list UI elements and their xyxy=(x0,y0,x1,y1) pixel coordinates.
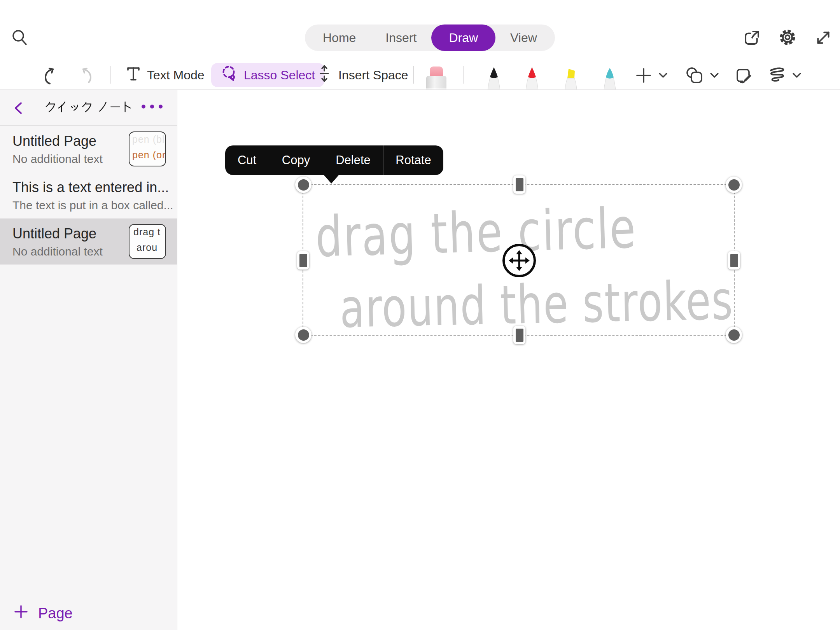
context-rotate-button[interactable]: Rotate xyxy=(383,145,443,175)
page-title: Untitled Page xyxy=(12,133,96,149)
page-title: Untitled Page xyxy=(12,226,96,242)
content-area: クイック ノート xyxy=(0,90,840,630)
lasso-icon xyxy=(220,65,238,86)
sidebar-footer: Page xyxy=(0,599,177,630)
ink-to-text-icon[interactable] xyxy=(734,66,754,85)
note-canvas[interactable]: drag the circle around the strokes xyxy=(178,90,840,630)
sidebar-header: クイック ノート xyxy=(0,90,177,126)
page-title: This is a text entered in... xyxy=(12,179,169,196)
page-subtitle: No additional text xyxy=(12,245,103,258)
text-mode-label: Text Mode xyxy=(147,68,205,82)
thumb-ink-line: drag t xyxy=(133,226,161,238)
undo-button[interactable] xyxy=(41,66,60,85)
lasso-select-button[interactable]: Lasso Select xyxy=(211,63,324,87)
page-list-item-3-selected[interactable]: Untitled Page No additional text drag t … xyxy=(0,219,177,265)
toolbar-divider xyxy=(463,66,464,84)
move-selection-icon[interactable] xyxy=(502,244,536,277)
selection-context-menu: Cut Copy Delete Rotate xyxy=(225,145,443,175)
share-icon[interactable] xyxy=(742,28,761,47)
thumb-ink-line: arou xyxy=(136,242,158,253)
page-thumbnail: pen (bl pen (ora xyxy=(129,131,166,166)
context-copy-button[interactable]: Copy xyxy=(269,145,323,175)
tab-insert[interactable]: Insert xyxy=(371,24,431,51)
back-chevron-icon[interactable] xyxy=(13,102,23,115)
ribbon-tabs: Home Insert Draw View xyxy=(305,24,555,51)
insert-space-label: Insert Space xyxy=(338,68,408,82)
toolbar-divider xyxy=(110,66,111,84)
lasso-selection-box[interactable] xyxy=(303,184,735,336)
eraser-tool[interactable] xyxy=(426,66,446,90)
settings-gear-icon[interactable] xyxy=(777,27,798,47)
tab-draw[interactable]: Draw xyxy=(431,24,495,51)
page-subtitle: The text is put in a box called... xyxy=(12,199,173,212)
toolbar-divider xyxy=(413,66,414,84)
resize-handle-bottom-right[interactable] xyxy=(726,327,742,343)
redo-button[interactable] xyxy=(76,66,95,85)
resize-handle-right[interactable] xyxy=(728,251,740,270)
text-mode-icon xyxy=(125,65,142,85)
add-pen-button[interactable] xyxy=(635,67,652,84)
pen-set-chevron-down-icon[interactable] xyxy=(658,72,668,79)
tab-home[interactable]: Home xyxy=(308,24,371,51)
teal-pen-tool[interactable] xyxy=(597,66,622,90)
page-list-item-1[interactable]: Untitled Page No additional text pen (bl… xyxy=(0,126,177,172)
resize-handle-top[interactable] xyxy=(513,175,525,194)
resize-handle-bottom-left[interactable] xyxy=(295,327,312,343)
context-cut-button[interactable]: Cut xyxy=(225,145,269,175)
black-pen-tool[interactable] xyxy=(481,66,506,90)
page-thumbnail: drag t arou xyxy=(129,224,166,259)
plus-icon xyxy=(14,605,28,622)
resize-handle-bottom[interactable] xyxy=(513,326,525,344)
page-list-item-2[interactable]: This is a text entered in... The text is… xyxy=(0,172,177,219)
tab-view[interactable]: View xyxy=(495,24,552,51)
shapes-chevron-down-icon[interactable] xyxy=(709,72,719,79)
search-icon[interactable] xyxy=(11,28,29,47)
resize-handle-top-left[interactable] xyxy=(295,177,312,193)
fullscreen-icon[interactable] xyxy=(814,28,833,47)
more-ellipsis-icon[interactable] xyxy=(141,104,163,109)
notebook-title-glyphs xyxy=(45,101,133,114)
ink-replay-icon[interactable] xyxy=(767,66,787,86)
ink-replay-chevron-down-icon[interactable] xyxy=(792,72,802,79)
eraser-body xyxy=(426,76,446,90)
thumb-ink-line: pen (bl xyxy=(132,134,164,145)
page-sidebar: クイック ノート xyxy=(0,90,177,630)
text-mode-button[interactable]: Text Mode xyxy=(125,60,205,90)
add-page-button[interactable]: Page xyxy=(14,605,73,622)
notebook-title: クイック ノート xyxy=(45,101,133,115)
page-list: Untitled Page No additional text pen (bl… xyxy=(0,126,177,265)
resize-handle-top-right[interactable] xyxy=(726,177,742,193)
shapes-tool[interactable] xyxy=(686,66,705,85)
insert-space-button[interactable]: Insert Space xyxy=(316,60,408,90)
draw-toolbar: Text Mode Lasso Select Insert Space xyxy=(0,60,840,90)
onenote-app: Home Insert Draw View xyxy=(0,0,840,630)
title-bar: Home Insert Draw View xyxy=(0,0,840,60)
context-menu-pointer xyxy=(323,174,340,184)
yellow-highlighter-tool[interactable] xyxy=(558,66,583,90)
insert-space-icon xyxy=(316,64,333,86)
add-page-label: Page xyxy=(38,605,73,622)
context-delete-button[interactable]: Delete xyxy=(323,145,383,175)
page-subtitle: No additional text xyxy=(12,152,103,166)
lasso-label: Lasso Select xyxy=(244,68,315,82)
thumb-ink-line: pen (ora xyxy=(132,149,166,161)
red-pen-tool[interactable] xyxy=(520,66,544,90)
resize-handle-left[interactable] xyxy=(297,251,309,270)
